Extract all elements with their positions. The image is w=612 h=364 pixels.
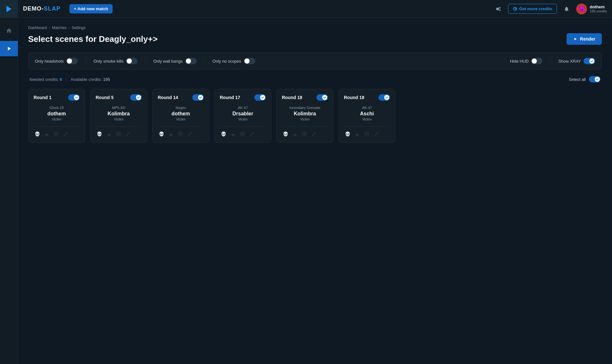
round-checkmark-icon-0 bbox=[75, 96, 78, 99]
filter-no-scopes-label: Only no scopes bbox=[212, 59, 241, 64]
breadcrumb-sep-2: › bbox=[68, 26, 70, 30]
round-card-body-0: Glock-18 dothem Victim bbox=[34, 106, 80, 121]
slash-icon-0 bbox=[62, 130, 69, 137]
round-card-header-3: Round 17 bbox=[220, 94, 266, 101]
crosshair-svg-0 bbox=[54, 131, 59, 136]
player-name-0: dothem bbox=[34, 111, 80, 117]
breadcrumb-settings: Settings bbox=[72, 26, 85, 30]
toggle-select-all-track bbox=[589, 76, 600, 82]
weapon-name-3: AK-47 bbox=[220, 106, 266, 110]
notification-button[interactable] bbox=[561, 3, 572, 15]
needed-credits-value: 6 bbox=[60, 77, 62, 82]
header-actions: Get more credits 😈 dothem 195 credits bbox=[493, 3, 607, 15]
filter-divider-4 bbox=[550, 58, 551, 64]
sidebar-logo bbox=[0, 0, 18, 18]
svg-line-24 bbox=[375, 132, 378, 136]
toggle-no-scopes[interactable] bbox=[244, 58, 255, 64]
toggle-show-xray[interactable] bbox=[584, 58, 595, 64]
weapon-name-1: MP5-SD bbox=[96, 106, 142, 110]
slash-svg-1 bbox=[125, 131, 131, 136]
rounds-grid: Round 1 Glock-18 dothem Victim 💀 ☁ bbox=[28, 89, 602, 143]
toggle-round-2-thumb bbox=[198, 95, 203, 100]
credits-info: Needed credits: 6 | Available credits: 1… bbox=[29, 77, 110, 82]
scope-icon-4 bbox=[301, 130, 308, 137]
bell-icon bbox=[564, 6, 569, 12]
filter-wall-bangs-label: Only wall bangs bbox=[153, 59, 183, 64]
toggle-round-2-track bbox=[192, 94, 204, 101]
cloud-icon-4: ☁ bbox=[291, 130, 298, 137]
breadcrumb: Dashboard › Matches › Settings bbox=[28, 26, 602, 30]
weapon-name-5: AK-47 bbox=[344, 106, 390, 110]
sidebar-item-play[interactable] bbox=[0, 41, 18, 56]
breadcrumb-matches[interactable]: Matches bbox=[52, 26, 67, 30]
toggle-round-5-track bbox=[378, 94, 390, 101]
round-card-4[interactable]: Round 18 Incendiary Grenade Kolimbra Vic… bbox=[276, 89, 333, 143]
toggle-wall-bangs-track bbox=[185, 58, 197, 64]
round-card-5[interactable]: Round 18 AK-47 Aschi Victim 💀 ☁ bbox=[338, 89, 395, 143]
filter-bar: Only headshots Only smoke kills bbox=[28, 52, 602, 70]
toggle-round-3[interactable] bbox=[254, 94, 266, 101]
player-name-3: Drsabler bbox=[220, 111, 266, 117]
round-card-body-1: MP5-SD Kolimbra Victim bbox=[96, 106, 142, 121]
slash-svg-4 bbox=[312, 131, 317, 136]
svg-marker-0 bbox=[6, 6, 12, 12]
get-credits-button[interactable]: Get more credits bbox=[508, 4, 557, 14]
weapon-name-4: Incendiary Grenade bbox=[282, 106, 328, 110]
toggle-round-5-thumb bbox=[384, 95, 389, 100]
logo-demo: DEMO- bbox=[23, 5, 44, 12]
slash-icon-5 bbox=[373, 130, 380, 137]
toggle-round-2[interactable] bbox=[192, 94, 204, 101]
toggle-no-scopes-thumb bbox=[244, 58, 250, 64]
toggle-round-1[interactable] bbox=[130, 94, 142, 101]
slash-svg-0 bbox=[63, 131, 68, 136]
round-card-2[interactable]: Round 14 Negev dothem Victim 💀 ☁ bbox=[152, 89, 209, 143]
megaphone-button[interactable] bbox=[493, 3, 504, 15]
toggle-headshots-thumb bbox=[67, 58, 72, 64]
scope-icon-5 bbox=[363, 130, 370, 137]
header-logo: DEMO-SLAP bbox=[23, 5, 60, 12]
toggle-smoke-kills[interactable] bbox=[126, 58, 138, 64]
filter-hide-hud: Hide HUD bbox=[510, 58, 543, 64]
toggle-hide-hud-thumb bbox=[532, 58, 537, 64]
round-card-3[interactable]: Round 17 AK-47 Drsabler Victim 💀 ☁ bbox=[214, 89, 271, 143]
round-label-1: Round 5 bbox=[96, 95, 114, 100]
cloud-icon-0: ☁ bbox=[43, 130, 50, 137]
icon-sidebar bbox=[0, 0, 18, 364]
toggle-show-xray-track bbox=[584, 58, 595, 64]
filter-divider-3 bbox=[204, 58, 205, 64]
render-button[interactable]: Render bbox=[567, 33, 602, 45]
round-card-icons-3: 💀 ☁ bbox=[220, 126, 266, 137]
add-match-button[interactable]: + Add new match bbox=[69, 4, 113, 13]
player-name-5: Aschi bbox=[344, 111, 390, 117]
user-info[interactable]: 😈 dothem 195 credits bbox=[576, 4, 607, 14]
round-card-0[interactable]: Round 1 Glock-18 dothem Victim 💀 ☁ bbox=[28, 89, 85, 143]
round-card-body-4: Incendiary Grenade Kolimbra Victim bbox=[282, 106, 328, 121]
toggle-round-0[interactable] bbox=[68, 94, 80, 101]
main-area: DEMO-SLAP + Add new match Get more credi… bbox=[18, 0, 612, 364]
sidebar-item-home[interactable] bbox=[0, 23, 18, 38]
toggle-wall-bangs[interactable] bbox=[185, 58, 197, 64]
toggle-headshots-track bbox=[66, 58, 78, 64]
toggle-headshots[interactable] bbox=[66, 58, 78, 64]
toggle-select-all[interactable] bbox=[589, 76, 600, 82]
toggle-round-1-track bbox=[130, 94, 142, 101]
round-card-header-2: Round 14 bbox=[158, 94, 204, 101]
toggle-round-0-thumb bbox=[74, 95, 79, 100]
skull-icon-1: 💀 bbox=[96, 130, 103, 137]
select-all-area: Select all bbox=[569, 76, 600, 82]
megaphone-icon bbox=[496, 6, 501, 12]
toggle-round-5[interactable] bbox=[378, 94, 390, 101]
dollar-icon bbox=[513, 7, 517, 11]
victim-label-0: Victim bbox=[34, 117, 80, 121]
page-content: Dashboard › Matches › Settings Select sc… bbox=[18, 18, 612, 364]
toggle-round-4[interactable] bbox=[316, 94, 328, 101]
svg-line-4 bbox=[64, 132, 68, 136]
toggle-hide-hud[interactable] bbox=[531, 58, 543, 64]
round-card-1[interactable]: Round 5 MP5-SD Kolimbra Victim 💀 ☁ bbox=[90, 89, 147, 143]
select-all-label: Select all bbox=[569, 77, 586, 82]
weapon-name-2: Negev bbox=[158, 106, 204, 110]
app-logo-icon bbox=[4, 4, 13, 13]
breadcrumb-dashboard[interactable]: Dashboard bbox=[28, 26, 47, 30]
filter-hide-hud-label: Hide HUD bbox=[510, 59, 529, 64]
round-label-2: Round 14 bbox=[158, 95, 178, 100]
